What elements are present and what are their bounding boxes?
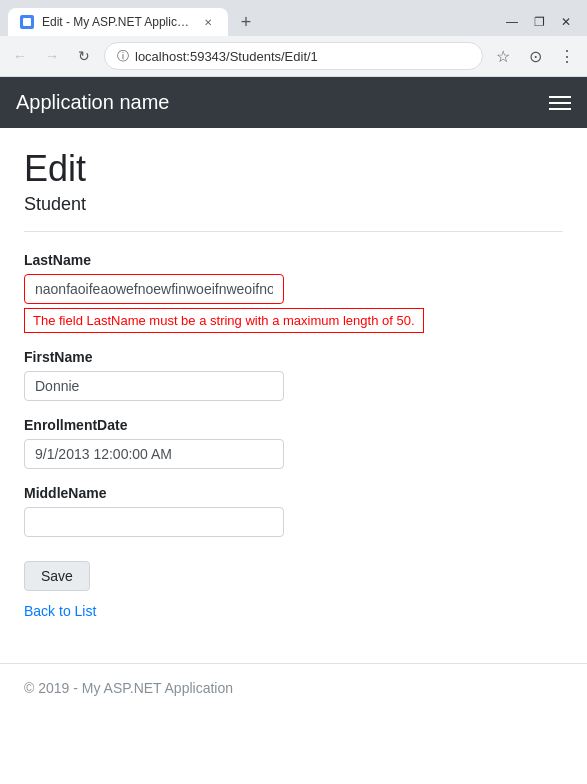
firstname-input[interactable] xyxy=(24,371,284,401)
enrollmentdate-input[interactable] xyxy=(24,439,284,469)
active-tab[interactable]: Edit - My ASP.NET Application ✕ xyxy=(8,8,228,36)
refresh-button[interactable]: ↻ xyxy=(72,44,96,68)
new-tab-button[interactable]: + xyxy=(232,8,260,36)
enrollmentdate-group: EnrollmentDate xyxy=(24,417,563,469)
lock-icon: ⓘ xyxy=(117,48,129,65)
app-header: Application name xyxy=(0,77,587,128)
enrollmentdate-label: EnrollmentDate xyxy=(24,417,563,433)
tab-close-button[interactable]: ✕ xyxy=(200,14,216,30)
hamburger-line-1 xyxy=(549,96,571,98)
firstname-label: FirstName xyxy=(24,349,563,365)
menu-icon[interactable]: ⋮ xyxy=(555,44,579,68)
tab-bar: Edit - My ASP.NET Application ✕ + — ❐ ✕ xyxy=(0,0,587,36)
address-bar[interactable]: ⓘ localhost:59343/Students/Edit/1 xyxy=(104,42,483,70)
back-button[interactable]: ← xyxy=(8,44,32,68)
page-footer: © 2019 - My ASP.NET Application xyxy=(0,663,587,712)
page-heading: Edit xyxy=(24,148,563,190)
app-name: Application name xyxy=(16,91,169,114)
star-icon[interactable]: ☆ xyxy=(491,44,515,68)
browser-chrome: Edit - My ASP.NET Application ✕ + — ❐ ✕ … xyxy=(0,0,587,77)
address-text: localhost:59343/Students/Edit/1 xyxy=(135,49,470,64)
lastname-validation-error: The field LastName must be a string with… xyxy=(24,308,424,333)
page-subheading: Student xyxy=(24,194,563,215)
page-content: Edit Student LastName The field LastName… xyxy=(0,128,587,663)
lastname-group: LastName The field LastName must be a st… xyxy=(24,252,563,333)
lastname-label: LastName xyxy=(24,252,563,268)
browser-toolbar: ← → ↻ ⓘ localhost:59343/Students/Edit/1 … xyxy=(0,36,587,76)
close-button[interactable]: ✕ xyxy=(561,15,571,29)
middlename-label: MiddleName xyxy=(24,485,563,501)
forward-button[interactable]: → xyxy=(40,44,64,68)
middlename-input[interactable] xyxy=(24,507,284,537)
hamburger-line-2 xyxy=(549,102,571,104)
tab-favicon xyxy=(20,15,34,29)
footer-text: © 2019 - My ASP.NET Application xyxy=(24,680,233,696)
profile-icon[interactable]: ⊙ xyxy=(523,44,547,68)
hamburger-line-3 xyxy=(549,108,571,110)
lastname-input[interactable] xyxy=(24,274,284,304)
tab-title: Edit - My ASP.NET Application xyxy=(42,15,192,29)
hamburger-menu[interactable] xyxy=(549,96,571,110)
save-button[interactable]: Save xyxy=(24,561,90,591)
section-divider xyxy=(24,231,563,232)
middlename-group: MiddleName xyxy=(24,485,563,537)
window-controls: — ❐ ✕ xyxy=(506,15,579,29)
maximize-button[interactable]: ❐ xyxy=(534,15,545,29)
back-to-list-link[interactable]: Back to List xyxy=(24,603,563,619)
minimize-button[interactable]: — xyxy=(506,15,518,29)
toolbar-icons: ☆ ⊙ ⋮ xyxy=(491,44,579,68)
firstname-group: FirstName xyxy=(24,349,563,401)
